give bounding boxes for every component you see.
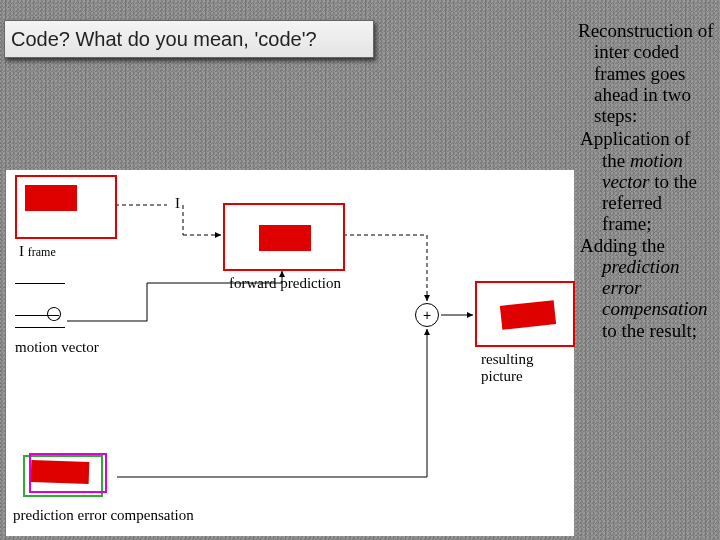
pec-label: prediction error compensation <box>13 507 194 524</box>
slide-title-box: Code? What do you mean, 'code'? <box>4 20 374 58</box>
forward-prediction-chip <box>259 225 311 251</box>
slide-title: Code? What do you mean, 'code'? <box>11 28 317 51</box>
i-glyph: I <box>175 195 180 212</box>
iframe-chip <box>25 185 77 211</box>
diagram-canvas: I frame I forward prediction motion vect… <box>6 170 574 536</box>
iframe-box <box>15 175 117 239</box>
resulting-picture-label: resulting picture <box>481 351 573 385</box>
forward-prediction-label: forward prediction <box>229 275 341 292</box>
motion-vector-glyph <box>15 315 59 316</box>
motion-vector-underline-1 <box>15 283 65 284</box>
right-intro: Reconstruction of inter coded frames goe… <box>594 20 716 126</box>
iframe-caption: I frame <box>19 243 56 260</box>
pec-box <box>23 455 103 497</box>
right-bullet-1: Application of the motion vector to the … <box>602 128 716 234</box>
plus-icon: + <box>423 307 431 323</box>
adder-node: + <box>415 303 439 327</box>
forward-prediction-box <box>223 203 345 271</box>
right-text-column: Reconstruction of inter coded frames goe… <box>562 20 716 341</box>
pec-chip <box>31 460 90 484</box>
right-bullet-2: Adding the prediction error compensation… <box>602 235 716 341</box>
motion-vector-label: motion vector <box>15 339 99 356</box>
resulting-picture-chip <box>500 300 556 330</box>
resulting-picture-box <box>475 281 575 347</box>
motion-vector-underline-2 <box>15 327 65 328</box>
